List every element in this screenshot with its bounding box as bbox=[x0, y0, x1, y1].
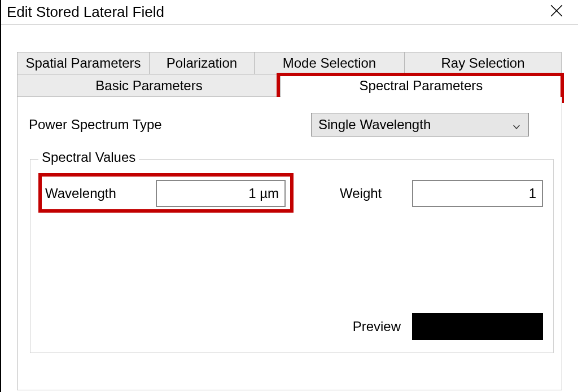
close-button[interactable] bbox=[544, 0, 569, 25]
dialog-window: Edit Stored Lateral Field Spatial Parame… bbox=[0, 0, 578, 392]
preview-label: Preview bbox=[353, 319, 401, 334]
tab-mode-selection[interactable]: Mode Selection bbox=[255, 52, 405, 74]
power-spectrum-type-label: Power Spectrum Type bbox=[29, 117, 311, 133]
spectral-values-row: Wavelength Weight bbox=[41, 180, 543, 207]
preview-swatch bbox=[412, 313, 543, 340]
weight-input[interactable] bbox=[412, 180, 543, 207]
power-spectrum-type-row: Power Spectrum Type Single Wavelength bbox=[29, 113, 546, 136]
chevron-down-icon bbox=[511, 120, 522, 130]
wavelength-input[interactable] bbox=[156, 180, 286, 207]
tab-polarization[interactable]: Polarization bbox=[150, 52, 255, 74]
dropdown-value: Single Wavelength bbox=[318, 117, 511, 133]
titlebar: Edit Stored Lateral Field bbox=[1, 0, 578, 25]
tab-ray-selection[interactable]: Ray Selection bbox=[405, 52, 562, 74]
power-spectrum-type-dropdown[interactable]: Single Wavelength bbox=[311, 113, 529, 136]
weight-label: Weight bbox=[340, 186, 412, 201]
tab-basic-parameters[interactable]: Basic Parameters bbox=[17, 74, 281, 97]
close-icon bbox=[549, 3, 564, 21]
spectral-values-legend: Spectral Values bbox=[38, 149, 139, 165]
tab-row-1: Spatial Parameters Polarization Mode Sel… bbox=[17, 52, 562, 74]
wavelength-label: Wavelength bbox=[41, 186, 156, 201]
tab-page-spectral: Power Spectrum Type Single Wavelength Sp… bbox=[17, 97, 562, 390]
tab-row-2: Basic Parameters Spectral Parameters bbox=[17, 74, 562, 97]
spectral-values-group: Spectral Values Wavelength Weight Previe… bbox=[30, 159, 554, 353]
tab-spectral-parameters[interactable]: Spectral Parameters bbox=[281, 74, 562, 97]
window-title: Edit Stored Lateral Field bbox=[7, 3, 544, 21]
tab-spatial-parameters[interactable]: Spatial Parameters bbox=[17, 52, 150, 74]
tabstrip: Spatial Parameters Polarization Mode Sel… bbox=[17, 52, 562, 97]
preview-row: Preview bbox=[353, 313, 543, 340]
client-area: Spatial Parameters Polarization Mode Sel… bbox=[1, 25, 578, 392]
